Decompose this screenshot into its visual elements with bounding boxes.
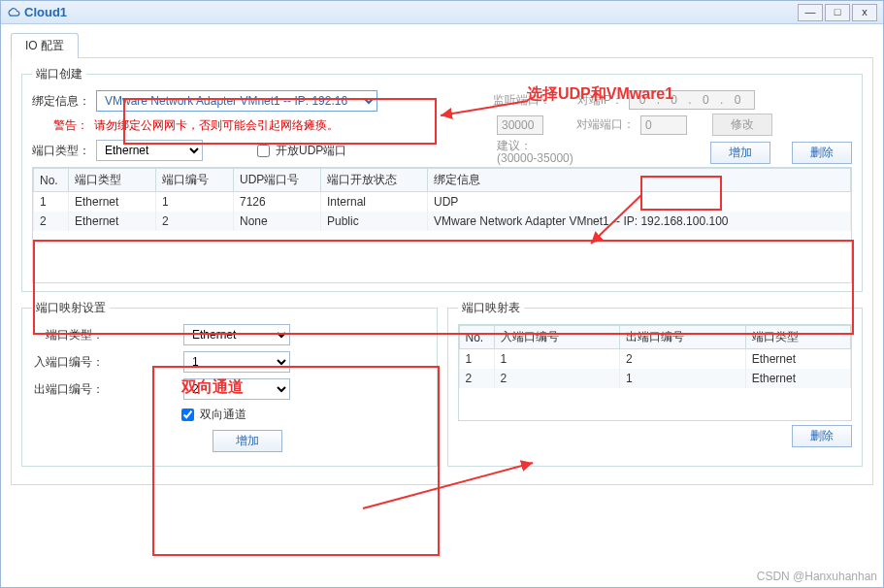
map-table: No. 入端口编号 出端口编号 端口类型 1 1 2 [458,324,853,421]
table-header-row: No. 入端口编号 出端口编号 端口类型 [459,326,851,349]
map-type-select[interactable]: Ethernet [183,324,290,345]
port-type-label: 端口类型： [32,143,90,159]
open-udp-checkbox[interactable]: 开放UDP端口 [253,142,346,160]
col-udp: UDP端口号 [234,169,321,192]
minimize-button[interactable]: — [798,4,823,21]
delete-map-button[interactable]: 删除 [792,425,852,447]
bind-info-select[interactable]: VMware Network Adapter VMnet1 -- IP: 192… [96,90,377,112]
tab-pane: 端口创建 绑定信息： VMware Network Adapter VMnet1… [11,57,873,485]
listen-port-field[interactable]: 30000 [497,115,543,135]
port-map-set-group: 端口映射设置 端口类型： Ethernet 入端口编号： 1 出端口编号： [21,300,438,467]
bind-info-label: 绑定信息： [32,93,90,110]
maximize-button[interactable]: □ [825,4,850,21]
add-map-button[interactable]: 增加 [213,430,282,452]
table-header-row: No. 端口类型 端口编号 UDP端口号 端口开放状态 绑定信息 [34,169,851,192]
listen-peer-block: 监听端口： 对端IP： 0 . 0 . 0 . 0 30000 对端端口： 0 … [493,90,852,169]
modify-button[interactable]: 修改 [712,114,772,136]
watermark: CSDN @Hanxuhanhan [757,570,877,583]
port-map-table-group: 端口映射表 No. 入端口编号 出端口编号 端口类型 [447,300,864,467]
port-type-select[interactable]: Ethernet [96,140,203,161]
col-out: 出端口编号 [620,326,746,349]
map-in-select[interactable]: 1 [183,351,290,373]
map-type-label: 端口类型： [32,327,104,343]
client-area: IO 配置 端口创建 绑定信息： VMware Network Adapter … [1,24,883,495]
tab-io-config[interactable]: IO 配置 [11,33,79,58]
cloud-icon [7,6,20,19]
port-create-group: 端口创建 绑定信息： VMware Network Adapter VMnet1… [21,66,863,292]
open-udp-input[interactable] [257,145,270,157]
close-button[interactable]: x [852,4,877,21]
col-no: No. [34,169,69,192]
table-row[interactable]: 2 Ethernet 2 None Public VMware Network … [34,212,851,231]
col-in: 入端口编号 [494,326,620,349]
suggest-range: (30000-35000) [497,152,573,165]
bidir-input[interactable] [181,408,194,421]
col-type: 端口类型 [69,169,156,192]
map-out-label: 出端口编号： [32,381,104,398]
map-table-legend: 端口映射表 [458,300,524,316]
port-table: No. 端口类型 端口编号 UDP端口号 端口开放状态 绑定信息 1 [32,167,852,283]
app-window: Cloud1 — □ x IO 配置 端口创建 绑定信息： VMware Net… [0,0,884,588]
col-no: No. [459,326,494,349]
map-out-select[interactable]: 2 [183,378,290,400]
table-row[interactable]: 1 1 2 Ethernet [459,349,851,370]
peer-port-field[interactable]: 0 [640,115,687,135]
col-type: 端口类型 [745,326,850,349]
bidir-label-text: 双向通道 [200,407,246,423]
col-bind: 绑定信息 [428,169,851,192]
col-num: 端口编号 [156,169,234,192]
map-set-legend: 端口映射设置 [32,300,110,316]
bidir-checkbox[interactable]: 双向通道 [178,406,246,424]
col-open: 端口开放状态 [321,169,428,192]
port-create-legend: 端口创建 [32,66,86,82]
peer-port-label: 对端端口： [576,116,635,133]
window-title: Cloud1 [24,5,67,19]
map-in-label: 入端口编号： [32,354,104,371]
warning-label: 警告： [32,117,88,134]
peer-ip-field[interactable]: 0 . 0 . 0 . 0 [629,90,755,110]
table-row[interactable]: 2 2 1 Ethernet [459,369,851,388]
table-row[interactable]: 1 Ethernet 1 7126 Internal UDP [34,192,851,212]
open-udp-label: 开放UDP端口 [276,143,346,159]
add-port-button[interactable]: 增加 [710,142,770,164]
bottom-row: 端口映射设置 端口类型： Ethernet 入端口编号： 1 出端口编号： [21,300,863,474]
warning-text: 请勿绑定公网网卡，否则可能会引起网络瘫痪。 [94,117,339,134]
titlebar: Cloud1 — □ x [1,1,883,24]
delete-port-button[interactable]: 删除 [792,142,852,164]
peer-ip-label: 对端IP： [574,92,623,109]
listen-port-label: 监听端口： [493,92,551,109]
